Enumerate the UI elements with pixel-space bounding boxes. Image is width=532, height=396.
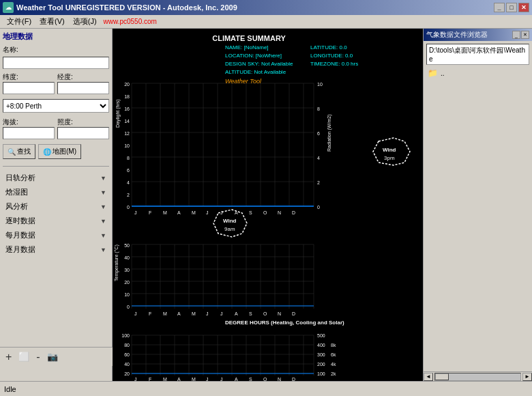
svg-text:14: 14 — [124, 119, 130, 124]
svg-text:12: 12 — [124, 131, 130, 136]
alt-brightness-row: 海拔: 照度: — [3, 117, 109, 139]
svg-text:6k: 6k — [331, 352, 336, 357]
svg-text:8: 8 — [317, 107, 320, 111]
svg-text:J: J — [220, 210, 223, 215]
nav-item-wind[interactable]: 风分析 ▼ — [3, 199, 109, 214]
nav-item-monthly[interactable]: 每月数据 ▼ — [3, 228, 109, 242]
svg-text:400: 400 — [317, 343, 325, 348]
svg-text:J: J — [134, 311, 137, 316]
svg-text:A: A — [235, 311, 238, 316]
svg-text:3pm: 3pm — [384, 155, 395, 161]
lon-input[interactable] — [57, 82, 109, 94]
lat-input[interactable] — [3, 82, 55, 94]
timezone-row: +8:00 Perth +9:00 Tokyo — [3, 99, 109, 113]
svg-text:8k: 8k — [331, 343, 336, 348]
scroll-right-btn[interactable]: ► — [522, 373, 532, 381]
minimize-btn[interactable]: _ — [494, 3, 505, 12]
close-btn[interactable]: ✕ — [518, 3, 529, 12]
nav-item-sunpath[interactable]: 日轨分析 ▼ — [3, 171, 109, 185]
file-path: D:\tools\桌面\河东软件园\Weathe — [426, 44, 529, 65]
svg-text:6: 6 — [127, 168, 130, 173]
right-panel-content: D:\tools\桌面\河东软件园\Weathe 📁 .. — [424, 41, 532, 371]
scroll-track[interactable] — [434, 373, 521, 381]
map-icon: 🌐 — [43, 148, 51, 156]
svg-text:500: 500 — [317, 333, 325, 338]
svg-text:A: A — [177, 311, 181, 316]
svg-text:F: F — [149, 311, 151, 316]
svg-text:8: 8 — [127, 156, 130, 160]
right-panel-btns: _ ✕ — [512, 31, 529, 39]
svg-text:N: N — [278, 210, 281, 215]
right-close-btn[interactable]: ✕ — [521, 31, 529, 39]
scroll-thumb[interactable] — [435, 373, 449, 380]
menubar: 文件(F) 查看(V) 选项(J) www.pc0550.com — [0, 15, 532, 29]
svg-text:M: M — [192, 210, 196, 215]
svg-text:M: M — [163, 210, 167, 215]
svg-text:0: 0 — [317, 205, 320, 210]
svg-text:O: O — [263, 210, 267, 215]
search-button[interactable]: 🔍 查找 — [3, 144, 35, 159]
right-scrollbar: ◄ ► — [424, 371, 532, 381]
menu-view[interactable]: 查看(V) — [35, 15, 69, 28]
status-text: Idle — [4, 385, 16, 393]
lon-col: 经度: — [57, 72, 109, 94]
add-btn[interactable]: + — [5, 351, 12, 363]
scroll-left-btn[interactable]: ◄ — [424, 373, 433, 381]
lat-col: 纬度: — [3, 72, 55, 94]
svg-text:D: D — [292, 210, 295, 215]
nav-item-psychrometric[interactable]: 焓湿图 ▼ — [3, 185, 109, 199]
svg-text:2: 2 — [317, 180, 320, 185]
svg-text:A: A — [177, 210, 181, 215]
folder-icon: 📁 — [428, 68, 438, 78]
svg-text:J: J — [134, 210, 137, 215]
svg-text:ALTITUDE: Not Available: ALTITUDE: Not Available — [225, 69, 286, 75]
camera-btn[interactable]: 📷 — [47, 352, 58, 362]
maximize-btn[interactable]: □ — [506, 3, 517, 12]
svg-text:300: 300 — [317, 352, 325, 357]
svg-text:20: 20 — [124, 280, 130, 285]
svg-text:D: D — [292, 311, 295, 316]
statusbar: Idle — [0, 381, 532, 396]
lat-lon-row: 纬度: 经度: — [3, 72, 109, 94]
svg-rect-0 — [113, 29, 423, 381]
svg-text:J: J — [220, 311, 223, 316]
svg-text:Weather Tool: Weather Tool — [225, 78, 262, 85]
map-button[interactable]: 🌐 地图(M) — [38, 144, 81, 159]
right-panel: 气象数据文件浏览器 _ ✕ D:\tools\桌面\河东软件园\Weathe 📁… — [423, 29, 532, 381]
climate-chart: CLIMATE SUMMARY NAME: [NoName] LATITUDE:… — [113, 29, 423, 381]
svg-text:O: O — [263, 311, 267, 316]
titlebar-buttons: _ □ ✕ — [494, 3, 529, 12]
menu-file[interactable]: 文件(F) — [3, 15, 35, 28]
svg-text:0: 0 — [127, 305, 130, 309]
name-input[interactable] — [3, 57, 109, 69]
nav-item-hourly[interactable]: 逐时数据 ▼ — [3, 214, 109, 228]
brightness-col: 照度: — [57, 117, 109, 139]
lon-label: 经度: — [57, 72, 109, 82]
titlebar: ☁ Weather Tool UNREGISTERED VERSION - Au… — [0, 0, 532, 15]
svg-text:S: S — [249, 311, 252, 316]
menu-options[interactable]: 选项(J) — [69, 15, 101, 28]
brightness-input[interactable] — [57, 127, 109, 139]
svg-text:2k: 2k — [331, 371, 336, 376]
nav-arrow-monthly: ▼ — [100, 232, 106, 239]
right-panel-titlebar: 气象数据文件浏览器 _ ✕ — [424, 29, 532, 41]
altitude-input[interactable] — [3, 127, 55, 139]
right-minimize-btn[interactable]: _ — [512, 31, 520, 39]
timezone-select[interactable]: +8:00 Perth +9:00 Tokyo — [3, 99, 109, 113]
right-panel-title: 气象数据文件浏览器 — [426, 30, 488, 40]
name-label: 名称: — [3, 45, 22, 55]
svg-text:F: F — [149, 210, 151, 215]
file-item-parent[interactable]: 📁 .. — [426, 68, 529, 79]
svg-text:Temperature (°C): Temperature (°C) — [114, 244, 119, 281]
svg-text:Wind: Wind — [223, 218, 237, 224]
svg-text:Daylight (hrs): Daylight (hrs) — [115, 99, 121, 128]
minus-btn[interactable]: - — [36, 351, 40, 363]
frame-btn[interactable]: ⬜ — [18, 352, 29, 362]
svg-text:TIMEZONE: 0.0 hrs: TIMEZONE: 0.0 hrs — [310, 61, 358, 67]
svg-text:10: 10 — [317, 82, 323, 87]
svg-text:10: 10 — [124, 292, 130, 297]
nav-item-monthly2[interactable]: 逐月数据 ▼ — [3, 242, 109, 257]
nav-items: 日轨分析 ▼ 焓湿图 ▼ 风分析 ▼ 逐时数据 ▼ 每月数据 ▼ 逐月数据 ▼ — [3, 171, 109, 257]
svg-text:0: 0 — [127, 205, 130, 210]
svg-text:J: J — [206, 311, 209, 316]
